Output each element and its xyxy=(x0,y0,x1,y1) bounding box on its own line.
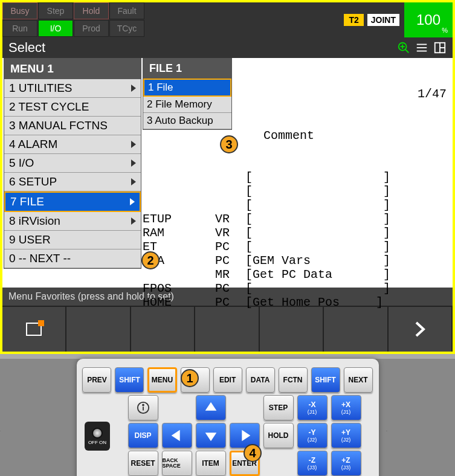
status-step: Step xyxy=(38,2,73,19)
next-key[interactable]: NEXT xyxy=(344,367,373,393)
menu1-item[interactable]: 6 SETUP xyxy=(4,173,141,191)
menu1-item[interactable]: 5 I/O xyxy=(4,154,141,173)
program-row[interactable]: ETUPVR[ ] xyxy=(143,212,447,226)
menu1-item[interactable]: 7 FILE xyxy=(4,191,141,212)
program-row[interactable]: ETPC[ ] xyxy=(143,240,447,254)
window-icon xyxy=(26,323,42,336)
svg-point-12 xyxy=(143,405,144,406)
status-busy: Busy xyxy=(2,2,37,19)
status-io: I/O xyxy=(38,20,73,37)
menu1-item[interactable]: 0 -- NEXT -- xyxy=(4,249,141,268)
jog-plus-y-key[interactable]: +Y(J2) xyxy=(331,423,361,448)
menu-1-header: MENU 1 xyxy=(4,59,141,79)
page-title: Select xyxy=(8,40,45,56)
speed-indicator[interactable]: 100 xyxy=(404,2,453,37)
jog-minus-z-key[interactable]: -Z(J3) xyxy=(297,451,328,476)
shift-key[interactable]: SHIFT xyxy=(311,367,340,393)
softkey-f1[interactable] xyxy=(2,307,66,352)
step-key[interactable]: STEP xyxy=(263,395,294,420)
program-row[interactable]: MR[Get PC Data ] xyxy=(143,268,447,281)
step-marker-1: 1 xyxy=(181,369,199,387)
teach-pendant-keys: PREVSHIFTMENUTEDITDATAFCTNSHIFTNEXT STEP… xyxy=(77,359,379,476)
program-row[interactable]: HOMEPC[Get Home Pos ] xyxy=(143,295,447,309)
reset-key[interactable]: RESET xyxy=(128,451,158,476)
status-hold: Hold xyxy=(74,2,109,19)
menu-key[interactable]: MENU xyxy=(147,367,176,393)
program-row[interactable]: ATAPC[GEM Vars ] xyxy=(143,254,447,268)
submenu-arrow-icon xyxy=(131,178,136,185)
program-row[interactable]: [ ] xyxy=(143,184,447,198)
submenu-arrow-icon xyxy=(130,198,135,205)
down-arrow-key[interactable] xyxy=(196,423,226,448)
left-arrow-key[interactable] xyxy=(162,423,192,448)
item-key[interactable]: ITEM xyxy=(196,451,226,476)
mode-badge: T2 xyxy=(344,14,363,26)
jog-minus-x-key[interactable]: -X(J1) xyxy=(297,395,328,420)
up-arrow-key[interactable] xyxy=(196,395,226,420)
step-marker-4: 4 xyxy=(244,444,262,462)
menu2-item[interactable]: 1 File xyxy=(143,79,231,97)
zoom-icon[interactable] xyxy=(397,41,410,54)
layout-icon[interactable] xyxy=(433,41,447,54)
shift-key[interactable]: SHIFT xyxy=(115,367,144,393)
menu-file-1: FILE 1 1 File2 File Memory3 Auto Backup xyxy=(143,58,232,130)
program-row[interactable]: FPOSPC[ ] xyxy=(143,281,447,295)
submenu-arrow-icon xyxy=(131,85,136,92)
menu-icon[interactable] xyxy=(415,41,428,54)
jog-plus-x-key[interactable]: +X(J1) xyxy=(331,395,361,420)
submenu-arrow-icon xyxy=(131,159,136,167)
off-on-switch[interactable]: OFF ON xyxy=(85,422,110,451)
info-key[interactable] xyxy=(128,395,158,420)
backspace-key[interactable]: BACK SPACE xyxy=(162,451,192,476)
menu-1: MENU 1 1 UTILITIES2 TEST CYCLE3 MANUAL F… xyxy=(4,58,141,269)
menu1-item[interactable]: 9 USER xyxy=(4,231,141,249)
svg-line-1 xyxy=(405,50,409,53)
program-row[interactable]: [ ] xyxy=(143,198,447,212)
menu-2-header: FILE 1 xyxy=(143,59,231,79)
menu1-item[interactable]: 4 ALARM xyxy=(4,135,141,154)
jog-minus-y-key[interactable]: -Y(J2) xyxy=(297,423,328,448)
softkey-f2[interactable] xyxy=(66,307,131,352)
submenu-arrow-icon xyxy=(131,217,136,225)
menu2-item[interactable]: 3 Auto Backup xyxy=(143,113,231,129)
fctn-key[interactable]: FCTN xyxy=(279,367,308,393)
step-marker-2: 2 xyxy=(141,251,160,269)
jog-plus-z-key[interactable]: +Z(J3) xyxy=(331,451,361,476)
prev-key[interactable]: PREV xyxy=(82,367,111,393)
program-row[interactable]: RAMVR[ ] xyxy=(143,226,447,240)
data-key[interactable]: DATA xyxy=(246,367,275,393)
menu1-item[interactable]: 8 iRVision xyxy=(4,212,141,231)
submenu-arrow-icon xyxy=(131,141,136,148)
menu2-item[interactable]: 2 File Memory xyxy=(143,97,231,113)
status-bar: Busy Step Hold Fault Run I/O Prod TCyc T… xyxy=(2,2,453,37)
status-prod: Prod xyxy=(74,20,109,37)
coord-badge: JOINT xyxy=(367,14,399,26)
step-marker-3: 3 xyxy=(220,135,238,153)
hold-key[interactable]: HOLD xyxy=(263,423,294,448)
menu1-item[interactable]: 2 TEST CYCLE xyxy=(4,98,141,117)
menu1-item[interactable]: 3 MANUAL FCTNS xyxy=(4,117,141,135)
program-row[interactable]: [ ] xyxy=(143,170,447,184)
menu1-item[interactable]: 1 UTILITIES xyxy=(4,79,141,98)
status-fault: Fault xyxy=(109,2,144,19)
edit-key[interactable]: EDIT xyxy=(213,367,242,393)
status-tcyc: TCyc xyxy=(109,20,144,37)
disp-key[interactable]: DISP xyxy=(128,423,158,448)
status-run: Run xyxy=(2,20,37,37)
